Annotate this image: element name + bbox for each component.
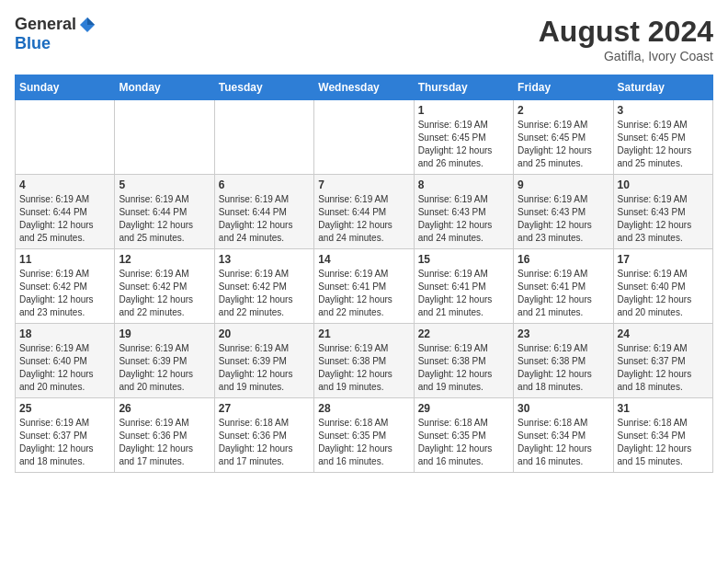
calendar-cell: 22Sunrise: 6:19 AM Sunset: 6:38 PM Dayli… (414, 324, 513, 398)
day-info: Sunrise: 6:19 AM Sunset: 6:44 PM Dayligh… (219, 193, 310, 245)
day-header-tuesday: Tuesday (214, 75, 313, 100)
title-area: August 2024 Gatifla, Ivory Coast (539, 15, 713, 63)
logo: General Blue (15, 15, 97, 53)
calendar-cell: 30Sunrise: 6:18 AM Sunset: 6:34 PM Dayli… (514, 398, 613, 473)
calendar-cell: 28Sunrise: 6:18 AM Sunset: 6:35 PM Dayli… (314, 398, 414, 473)
day-number: 2 (518, 104, 609, 117)
calendar-cell (16, 100, 115, 175)
day-number: 22 (418, 327, 509, 340)
calendar-cell: 26Sunrise: 6:19 AM Sunset: 6:36 PM Dayli… (115, 398, 214, 473)
calendar-cell: 4Sunrise: 6:19 AM Sunset: 6:44 PM Daylig… (16, 175, 115, 249)
day-number: 4 (19, 178, 110, 191)
calendar-cell: 19Sunrise: 6:19 AM Sunset: 6:39 PM Dayli… (115, 324, 214, 398)
day-number: 24 (618, 327, 709, 340)
week-row-2: 4Sunrise: 6:19 AM Sunset: 6:44 PM Daylig… (16, 175, 713, 249)
day-header-sunday: Sunday (16, 75, 115, 100)
day-info: Sunrise: 6:19 AM Sunset: 6:44 PM Dayligh… (318, 193, 409, 245)
day-info: Sunrise: 6:19 AM Sunset: 6:37 PM Dayligh… (618, 342, 709, 394)
day-number: 25 (19, 402, 110, 415)
day-info: Sunrise: 6:18 AM Sunset: 6:34 PM Dayligh… (618, 417, 709, 468)
week-row-1: 1Sunrise: 6:19 AM Sunset: 6:45 PM Daylig… (16, 100, 713, 175)
calendar-cell: 6Sunrise: 6:19 AM Sunset: 6:44 PM Daylig… (214, 175, 313, 249)
calendar-cell: 13Sunrise: 6:19 AM Sunset: 6:42 PM Dayli… (214, 249, 313, 324)
week-row-4: 18Sunrise: 6:19 AM Sunset: 6:40 PM Dayli… (16, 324, 713, 398)
calendar-cell: 7Sunrise: 6:19 AM Sunset: 6:44 PM Daylig… (314, 175, 414, 249)
day-info: Sunrise: 6:19 AM Sunset: 6:38 PM Dayligh… (318, 342, 409, 394)
day-header-monday: Monday (115, 75, 214, 100)
page-header: General Blue August 2024 Gatifla, Ivory … (15, 15, 713, 63)
calendar-cell: 27Sunrise: 6:18 AM Sunset: 6:36 PM Dayli… (214, 398, 313, 473)
day-number: 11 (19, 253, 110, 266)
day-number: 27 (219, 402, 310, 415)
day-info: Sunrise: 6:19 AM Sunset: 6:43 PM Dayligh… (518, 193, 609, 245)
day-number: 17 (618, 253, 709, 266)
day-number: 6 (219, 178, 310, 191)
calendar-cell: 1Sunrise: 6:19 AM Sunset: 6:45 PM Daylig… (414, 100, 513, 175)
calendar-cell: 5Sunrise: 6:19 AM Sunset: 6:44 PM Daylig… (115, 175, 214, 249)
day-header-friday: Friday (514, 75, 613, 100)
calendar-cell: 9Sunrise: 6:19 AM Sunset: 6:43 PM Daylig… (514, 175, 613, 249)
day-number: 10 (618, 178, 709, 191)
calendar-cell (214, 100, 313, 175)
day-info: Sunrise: 6:18 AM Sunset: 6:34 PM Dayligh… (518, 417, 609, 468)
day-info: Sunrise: 6:19 AM Sunset: 6:42 PM Dayligh… (119, 268, 210, 319)
logo-blue-text: Blue (15, 34, 51, 53)
calendar-cell: 23Sunrise: 6:19 AM Sunset: 6:38 PM Dayli… (514, 324, 613, 398)
day-info: Sunrise: 6:19 AM Sunset: 6:45 PM Dayligh… (518, 119, 609, 170)
day-number: 30 (518, 402, 609, 415)
day-info: Sunrise: 6:19 AM Sunset: 6:45 PM Dayligh… (418, 119, 509, 170)
calendar-cell (115, 100, 214, 175)
day-number: 7 (318, 178, 409, 191)
day-info: Sunrise: 6:19 AM Sunset: 6:36 PM Dayligh… (119, 417, 210, 468)
day-header-thursday: Thursday (414, 75, 513, 100)
day-header-saturday: Saturday (613, 75, 712, 100)
svg-marker-1 (87, 17, 95, 25)
day-number: 3 (618, 104, 709, 117)
day-info: Sunrise: 6:19 AM Sunset: 6:42 PM Dayligh… (19, 268, 110, 319)
calendar-cell: 29Sunrise: 6:18 AM Sunset: 6:35 PM Dayli… (414, 398, 513, 473)
day-number: 18 (19, 327, 110, 340)
day-number: 23 (518, 327, 609, 340)
location-subtitle: Gatifla, Ivory Coast (539, 49, 713, 63)
calendar-cell: 21Sunrise: 6:19 AM Sunset: 6:38 PM Dayli… (314, 324, 414, 398)
day-info: Sunrise: 6:19 AM Sunset: 6:37 PM Dayligh… (19, 417, 110, 468)
calendar-cell: 8Sunrise: 6:19 AM Sunset: 6:43 PM Daylig… (414, 175, 513, 249)
day-number: 5 (119, 178, 210, 191)
week-row-3: 11Sunrise: 6:19 AM Sunset: 6:42 PM Dayli… (16, 249, 713, 324)
day-number: 19 (119, 327, 210, 340)
day-info: Sunrise: 6:19 AM Sunset: 6:45 PM Dayligh… (618, 119, 709, 170)
calendar-cell: 17Sunrise: 6:19 AM Sunset: 6:40 PM Dayli… (613, 249, 712, 324)
day-number: 12 (119, 253, 210, 266)
month-year-title: August 2024 (539, 15, 713, 49)
day-info: Sunrise: 6:19 AM Sunset: 6:41 PM Dayligh… (518, 268, 609, 319)
calendar-table: SundayMondayTuesdayWednesdayThursdayFrid… (15, 75, 713, 473)
day-info: Sunrise: 6:19 AM Sunset: 6:39 PM Dayligh… (119, 342, 210, 394)
day-info: Sunrise: 6:19 AM Sunset: 6:39 PM Dayligh… (219, 342, 310, 394)
calendar-cell: 25Sunrise: 6:19 AM Sunset: 6:37 PM Dayli… (16, 398, 115, 473)
calendar-cell: 14Sunrise: 6:19 AM Sunset: 6:41 PM Dayli… (314, 249, 414, 324)
calendar-cell: 3Sunrise: 6:19 AM Sunset: 6:45 PM Daylig… (613, 100, 712, 175)
day-number: 26 (119, 402, 210, 415)
calendar-cell: 24Sunrise: 6:19 AM Sunset: 6:37 PM Dayli… (613, 324, 712, 398)
calendar-cell: 15Sunrise: 6:19 AM Sunset: 6:41 PM Dayli… (414, 249, 513, 324)
calendar-cell: 12Sunrise: 6:19 AM Sunset: 6:42 PM Dayli… (115, 249, 214, 324)
calendar-cell: 10Sunrise: 6:19 AM Sunset: 6:43 PM Dayli… (613, 175, 712, 249)
calendar-cell (314, 100, 414, 175)
day-info: Sunrise: 6:19 AM Sunset: 6:44 PM Dayligh… (19, 193, 110, 245)
calendar-cell: 20Sunrise: 6:19 AM Sunset: 6:39 PM Dayli… (214, 324, 313, 398)
day-info: Sunrise: 6:19 AM Sunset: 6:43 PM Dayligh… (418, 193, 509, 245)
week-row-5: 25Sunrise: 6:19 AM Sunset: 6:37 PM Dayli… (16, 398, 713, 473)
day-info: Sunrise: 6:19 AM Sunset: 6:41 PM Dayligh… (418, 268, 509, 319)
calendar-cell: 31Sunrise: 6:18 AM Sunset: 6:34 PM Dayli… (613, 398, 712, 473)
day-number: 28 (318, 402, 409, 415)
day-info: Sunrise: 6:18 AM Sunset: 6:36 PM Dayligh… (219, 417, 310, 468)
day-number: 9 (518, 178, 609, 191)
logo-icon (78, 16, 97, 34)
calendar-cell: 2Sunrise: 6:19 AM Sunset: 6:45 PM Daylig… (514, 100, 613, 175)
day-info: Sunrise: 6:19 AM Sunset: 6:42 PM Dayligh… (219, 268, 310, 319)
day-info: Sunrise: 6:19 AM Sunset: 6:40 PM Dayligh… (19, 342, 110, 394)
day-number: 13 (219, 253, 310, 266)
calendar-cell: 16Sunrise: 6:19 AM Sunset: 6:41 PM Dayli… (514, 249, 613, 324)
day-header-wednesday: Wednesday (314, 75, 414, 100)
day-info: Sunrise: 6:19 AM Sunset: 6:43 PM Dayligh… (618, 193, 709, 245)
